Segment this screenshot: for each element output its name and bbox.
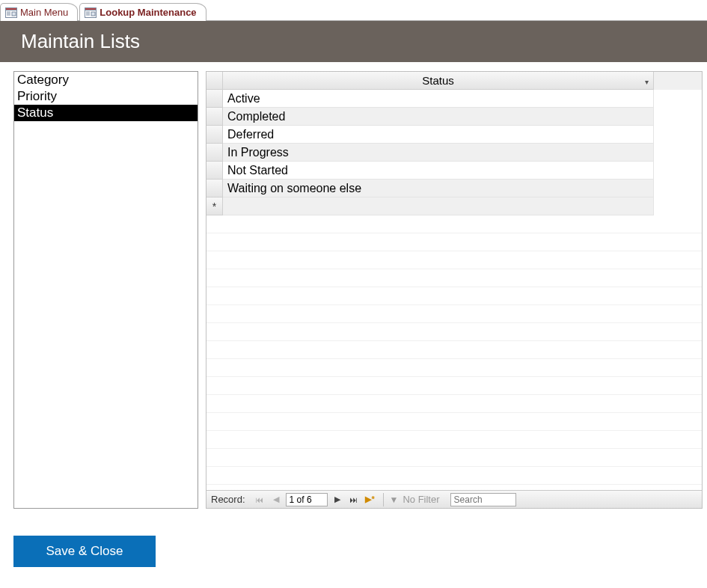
row-selector[interactable]: [206, 126, 223, 144]
row-selector[interactable]: [206, 90, 223, 108]
datasheet-cell[interactable]: Completed: [223, 108, 654, 126]
datasheet-cell[interactable]: Waiting on someone else: [223, 180, 654, 197]
datasheet-new-cell[interactable]: [223, 197, 654, 215]
filter-label: No Filter: [403, 494, 439, 505]
datasheet-cell[interactable]: In Progress: [223, 144, 654, 162]
nav-first-button[interactable]: ⏮: [253, 493, 266, 506]
nav-next-button[interactable]: ▶: [331, 493, 344, 506]
separator: [383, 493, 384, 506]
content-area: Category Priority Status Status ▾ Active…: [0, 62, 707, 509]
datasheet-cell[interactable]: Active: [223, 90, 654, 108]
datasheet-select-all[interactable]: [206, 72, 223, 90]
column-header-label: Status: [422, 74, 454, 87]
tab-label: Main Menu: [20, 7, 68, 18]
row-selector[interactable]: [206, 180, 223, 197]
new-record-marker[interactable]: *: [206, 197, 223, 215]
nav-prev-button[interactable]: ◀: [269, 493, 283, 506]
svg-rect-5: [12, 12, 16, 16]
column-dropdown-icon[interactable]: ▾: [645, 78, 649, 86]
listbox-item-category[interactable]: Category: [14, 72, 198, 88]
svg-rect-11: [91, 12, 95, 16]
svg-rect-1: [6, 7, 17, 10]
form-icon: [85, 7, 97, 18]
record-navigator: Record: ⏮ ◀ ▶ ⏭ ▶* ▼ No Filter: [206, 490, 702, 508]
svg-rect-7: [85, 7, 97, 10]
nav-last-button[interactable]: ⏭: [347, 493, 361, 506]
tab-main-menu[interactable]: Main Menu: [0, 3, 78, 21]
row-selector[interactable]: [206, 162, 223, 180]
nav-new-record-button[interactable]: ▶*: [364, 493, 377, 506]
page-title: Maintain Lists: [21, 30, 140, 53]
row-selector[interactable]: [206, 144, 223, 162]
page-header: Maintain Lists: [0, 21, 707, 62]
datasheet[interactable]: Status ▾ Active Completed Deferred In Pr…: [206, 72, 702, 490]
record-label: Record:: [211, 494, 245, 505]
search-input[interactable]: [450, 493, 516, 506]
list-category-listbox[interactable]: Category Priority Status: [13, 71, 198, 509]
save-close-button[interactable]: Save & Close: [13, 536, 156, 567]
tab-lookup-maintenance[interactable]: Lookup Maintenance: [79, 3, 206, 21]
tab-label: Lookup Maintenance: [100, 7, 196, 18]
datasheet-cell[interactable]: Not Started: [223, 162, 654, 180]
listbox-item-status[interactable]: Status: [14, 105, 198, 121]
filter-icon: ▼: [390, 494, 399, 505]
form-icon: [5, 7, 17, 18]
record-position-input[interactable]: [286, 493, 328, 506]
row-selector[interactable]: [206, 108, 223, 126]
datasheet-cell[interactable]: Deferred: [223, 126, 654, 144]
listbox-item-priority[interactable]: Priority: [14, 88, 198, 105]
tab-bar: Main Menu Lookup Maintenance: [0, 0, 707, 21]
datasheet-panel: Status ▾ Active Completed Deferred In Pr…: [206, 71, 703, 509]
column-header-status[interactable]: Status ▾: [223, 72, 654, 90]
bottom-area: Save & Close: [0, 509, 707, 567]
